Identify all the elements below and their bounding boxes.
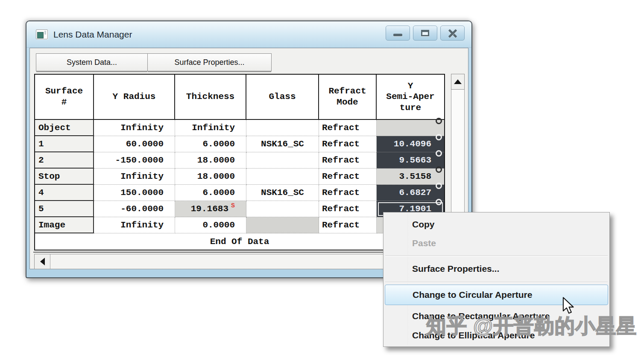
circular-aperture-icon [436,134,442,140]
cell-y-semi-aperture[interactable]: 9.5663 [377,152,444,169]
header-surface-number[interactable]: Surface # [35,75,94,120]
close-button[interactable] [440,26,465,41]
solve-flag: S [231,202,235,210]
cell-glass[interactable] [246,120,319,136]
cell-thickness[interactable]: 18.0000 [175,169,246,185]
cell-y-semi-aperture[interactable] [377,120,444,136]
cell-y-semi-aperture[interactable]: 10.4096 [377,136,444,152]
cell-glass[interactable] [246,169,319,185]
cell-thickness[interactable]: 6.0000 [175,185,246,201]
cell-thickness[interactable]: Infinity [175,120,246,136]
mouse-cursor-icon [562,297,576,317]
menu-separator [385,255,608,256]
table-row-4: 4 150.0000 6.0000 NSK16_SC Refract 6.682… [35,185,444,201]
semi-aperture-value: 3.5158 [399,172,431,181]
header-y-radius[interactable]: Y Radius [94,75,175,120]
watermark-text: 知乎 @开普勒的小星星 [426,313,637,340]
cell-surface-number[interactable]: Object [35,120,94,136]
cell-glass[interactable]: NSK16_SC [246,136,319,152]
table-header-row: Surface # Y Radius Thickness Glass Refra… [35,75,444,120]
thickness-value: 19.1683 [191,204,228,214]
minimize-icon [393,34,402,36]
circular-aperture-icon [436,118,442,124]
app-icon [36,29,48,39]
cell-refract-mode[interactable]: Refract [319,169,377,185]
cell-surface-number[interactable]: 2 [35,152,94,169]
scroll-left-icon [40,258,45,265]
scroll-up-button[interactable] [451,74,465,90]
surface-properties-button[interactable]: Surface Properties... [147,53,272,71]
circular-aperture-icon [436,199,442,205]
cell-thickness-solve[interactable]: 19.1683S [175,201,246,217]
table-row-2: 2 -150.0000 18.0000 Refract 9.5663 [35,152,444,169]
menu-item-surface-properties[interactable]: Surface Properties... [385,259,608,279]
circular-aperture-icon [436,166,442,173]
cell-refract-mode[interactable]: Refract [319,136,377,152]
cell-glass[interactable] [246,201,319,217]
header-thickness[interactable]: Thickness [175,75,246,120]
cell-glass[interactable]: NSK16_SC [246,185,319,201]
cell-y-radius[interactable]: 150.0000 [94,185,175,201]
cell-surface-number[interactable]: 4 [35,185,94,201]
close-icon [448,29,458,38]
semi-aperture-value: 9.5663 [399,155,431,165]
cell-surface-number[interactable]: 5 [35,201,94,217]
table-row-stop: Stop Infinity 18.0000 Refract 3.5158 [35,169,444,185]
circular-aperture-icon [436,183,442,189]
cell-thickness[interactable]: 0.0000 [175,217,246,233]
menu-item-copy[interactable]: Copy [385,215,608,234]
cell-thickness[interactable]: 18.0000 [175,152,246,169]
menu-item-paste: Paste [385,234,608,253]
header-glass[interactable]: Glass [246,75,319,120]
semi-aperture-value: 6.6827 [399,188,431,198]
cell-surface-number[interactable]: 1 [35,136,94,152]
circular-aperture-icon [436,150,442,157]
cell-thickness[interactable]: 6.0000 [175,136,246,152]
cell-y-radius[interactable]: Infinity [94,120,175,136]
cell-refract-mode[interactable]: Refract [319,217,377,233]
table-row-object: Object Infinity Infinity Refract [35,120,444,136]
scroll-up-icon [454,79,462,84]
cell-surface-number[interactable]: Image [35,217,94,233]
cell-refract-mode[interactable]: Refract [319,120,377,136]
cell-glass[interactable] [246,152,319,169]
header-refract-mode[interactable]: Refract Mode [319,75,377,120]
cell-y-radius[interactable]: -150.0000 [94,152,175,169]
title-bar[interactable]: Lens Data Manager [26,21,471,48]
cell-y-radius[interactable]: Infinity [94,169,175,185]
cell-y-radius[interactable]: -60.0000 [94,201,175,217]
minimize-button[interactable] [386,26,410,41]
cell-refract-mode[interactable]: Refract [319,152,377,169]
cell-y-semi-aperture[interactable]: 6.6827 [377,185,444,201]
window-title: Lens Data Manager [53,29,132,40]
maximize-button[interactable] [413,26,437,41]
cell-refract-mode[interactable]: Refract [319,201,377,217]
cell-y-radius[interactable]: 60.0000 [94,136,175,152]
semi-aperture-value: 10.4096 [394,139,431,149]
cell-surface-number[interactable]: Stop [35,169,94,185]
menu-separator [385,282,608,282]
maximize-icon [421,30,429,36]
table-row-1: 1 60.0000 6.0000 NSK16_SC Refract 10.409… [35,136,444,152]
cell-refract-mode[interactable]: Refract [319,185,377,201]
header-y-semi-aperture[interactable]: Y Semi-Aper ture [377,75,444,120]
system-data-button[interactable]: System Data... [36,53,148,71]
cell-glass-disabled [246,217,319,233]
cell-y-radius[interactable]: Infinity [94,217,175,233]
scroll-left-button[interactable] [35,254,50,269]
cell-y-semi-aperture[interactable]: 3.5158 [377,169,444,185]
window-controls [386,26,465,41]
